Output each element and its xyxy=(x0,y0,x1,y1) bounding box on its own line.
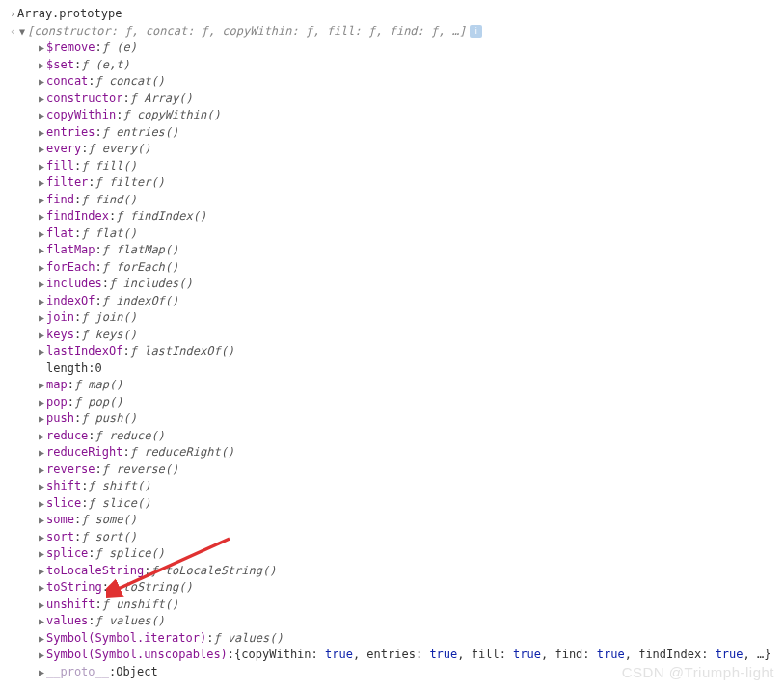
chevron-right-icon[interactable]: ▶ xyxy=(37,293,46,310)
chevron-right-icon[interactable]: ▶ xyxy=(37,141,46,158)
chevron-right-icon[interactable]: ▶ xyxy=(37,428,46,445)
console-result-line[interactable]: ‹ ▼ [constructor: ƒ, concat: ƒ, copyWith… xyxy=(8,23,776,40)
info-icon[interactable]: i xyxy=(470,25,482,38)
chevron-right-icon[interactable]: ▶ xyxy=(37,57,46,74)
property-row[interactable]: ▶push: ƒ push() xyxy=(8,411,776,428)
property-row[interactable]: ▶indexOf: ƒ indexOf() xyxy=(8,293,776,310)
property-row[interactable]: ▶unshift: ƒ unshift() xyxy=(8,596,776,614)
chevron-right-icon[interactable]: ▶ xyxy=(37,563,46,580)
property-row[interactable]: ▶flat: ƒ flat() xyxy=(8,225,776,243)
chevron-right-icon[interactable]: ▶ xyxy=(37,377,46,394)
result-preview: [constructor: ƒ, concat: ƒ, copyWithin: … xyxy=(27,23,466,40)
property-key: splice xyxy=(46,545,88,563)
property-row[interactable]: ▶fill: ƒ fill() xyxy=(8,158,776,175)
property-value: ƒ keys() xyxy=(81,327,137,344)
property-row[interactable]: ▶sort: ƒ sort() xyxy=(8,529,776,546)
chevron-right-icon[interactable]: ▶ xyxy=(37,208,46,225)
property-key: fill xyxy=(46,158,74,175)
property-row[interactable]: ▶ __proto__: Object xyxy=(8,664,776,681)
chevron-right-icon[interactable]: ▶ xyxy=(37,259,46,277)
property-row[interactable]: ▶reverse: ƒ reverse() xyxy=(8,462,776,479)
chevron-down-icon[interactable]: ▼ xyxy=(17,23,27,40)
chevron-right-icon[interactable]: ▶ xyxy=(37,73,46,91)
property-value: ƒ every() xyxy=(88,141,150,158)
property-row[interactable]: ▶shift: ƒ shift() xyxy=(8,478,776,495)
property-key: flatMap xyxy=(46,242,95,259)
property-row[interactable]: ▶pop: ƒ pop() xyxy=(8,394,776,411)
property-row[interactable]: ▶constructor: ƒ Array() xyxy=(8,91,776,108)
property-row[interactable]: ▶filter: ƒ filter() xyxy=(8,174,776,192)
chevron-right-icon[interactable]: ▶ xyxy=(37,174,46,192)
property-row[interactable]: length: 0 xyxy=(8,360,776,378)
property-row[interactable]: ▶concat: ƒ concat() xyxy=(8,73,776,91)
chevron-right-icon[interactable]: ▶ xyxy=(37,158,46,175)
chevron-right-icon[interactable]: ▶ xyxy=(37,225,46,243)
property-row[interactable]: ▶findIndex: ƒ findIndex() xyxy=(8,208,776,225)
property-row[interactable]: ▶some: ƒ some() xyxy=(8,512,776,529)
chevron-right-icon[interactable]: ▶ xyxy=(37,40,46,57)
property-row[interactable]: ▶every: ƒ every() xyxy=(8,141,776,158)
chevron-right-icon[interactable]: ▶ xyxy=(37,242,46,259)
property-row[interactable]: ▶toString: ƒ toString() xyxy=(8,579,776,596)
chevron-right-icon[interactable]: ▶ xyxy=(37,107,46,124)
chevron-right-icon[interactable]: ▶ xyxy=(37,495,46,513)
console-input-line: › Array.prototype xyxy=(8,6,776,23)
property-row[interactable]: ▶$set: ƒ (e,t) xyxy=(8,57,776,74)
property-value: ƒ (e,t) xyxy=(81,57,130,74)
property-row[interactable]: ▶reduceRight: ƒ reduceRight() xyxy=(8,444,776,462)
chevron-right-icon[interactable]: ▶ xyxy=(37,512,46,529)
chevron-right-icon[interactable]: ▶ xyxy=(37,579,46,596)
property-key: __proto__ xyxy=(46,664,109,681)
property-value: ƒ values() xyxy=(213,630,283,648)
chevron-right-icon[interactable]: ▶ xyxy=(37,192,46,209)
chevron-right-icon[interactable]: ▶ xyxy=(37,309,46,327)
chevron-right-icon[interactable]: ▶ xyxy=(37,444,46,462)
chevron-right-icon[interactable]: ▶ xyxy=(37,91,46,108)
property-row[interactable]: ▶ Symbol(Symbol.unscopables): {copyWithi… xyxy=(8,647,776,664)
property-row[interactable]: ▶join: ƒ join() xyxy=(8,309,776,327)
property-value: ƒ (e) xyxy=(102,40,137,57)
property-row[interactable]: ▶Symbol(Symbol.iterator): ƒ values() xyxy=(8,630,776,648)
chevron-right-icon: › xyxy=(8,6,17,23)
property-row[interactable]: ▶includes: ƒ includes() xyxy=(8,276,776,293)
property-key: constructor xyxy=(46,91,122,108)
property-row[interactable]: ▶entries: ƒ entries() xyxy=(8,124,776,142)
property-key: concat xyxy=(46,73,88,91)
property-row[interactable]: ▶$remove: ƒ (e) xyxy=(8,40,776,57)
property-row[interactable]: ▶splice: ƒ splice() xyxy=(8,545,776,563)
property-row[interactable]: ▶toLocaleString: ƒ toLocaleString() xyxy=(8,563,776,580)
property-row[interactable]: ▶flatMap: ƒ flatMap() xyxy=(8,242,776,259)
property-row[interactable]: ▶copyWithin: ƒ copyWithin() xyxy=(8,107,776,124)
property-row[interactable]: ▶values: ƒ values() xyxy=(8,613,776,630)
chevron-right-icon[interactable]: ▶ xyxy=(37,411,46,428)
chevron-right-icon[interactable]: ▶ xyxy=(37,647,46,664)
chevron-right-icon[interactable]: ▶ xyxy=(37,664,46,681)
property-row[interactable]: ▶keys: ƒ keys() xyxy=(8,327,776,344)
property-row[interactable]: ▶slice: ƒ slice() xyxy=(8,495,776,513)
property-value: ƒ lastIndexOf() xyxy=(130,343,234,360)
chevron-right-icon[interactable]: ▶ xyxy=(37,124,46,142)
chevron-right-icon[interactable]: ▶ xyxy=(37,630,46,648)
property-row[interactable]: ▶map: ƒ map() xyxy=(8,377,776,394)
property-value: ƒ toString() xyxy=(109,579,193,596)
property-key: some xyxy=(46,512,74,529)
chevron-right-icon[interactable]: ▶ xyxy=(37,545,46,563)
property-key: forEach xyxy=(46,259,95,277)
chevron-right-icon[interactable]: ▶ xyxy=(37,596,46,614)
chevron-right-icon[interactable]: ▶ xyxy=(37,343,46,360)
chevron-right-icon[interactable]: ▶ xyxy=(37,394,46,411)
chevron-right-icon[interactable]: ▶ xyxy=(37,478,46,495)
property-row[interactable]: ▶reduce: ƒ reduce() xyxy=(8,428,776,445)
property-row[interactable]: ▶find: ƒ find() xyxy=(8,192,776,209)
property-value: ƒ fill() xyxy=(81,158,137,175)
chevron-right-icon[interactable]: ▶ xyxy=(37,276,46,293)
property-value: ƒ reduceRight() xyxy=(130,444,234,462)
property-key: indexOf xyxy=(46,293,95,310)
chevron-right-icon[interactable]: ▶ xyxy=(37,529,46,546)
chevron-right-icon[interactable]: ▶ xyxy=(37,613,46,630)
property-value: ƒ some() xyxy=(81,512,137,529)
property-row[interactable]: ▶lastIndexOf: ƒ lastIndexOf() xyxy=(8,343,776,360)
chevron-right-icon[interactable]: ▶ xyxy=(37,327,46,344)
property-row[interactable]: ▶forEach: ƒ forEach() xyxy=(8,259,776,277)
chevron-right-icon[interactable]: ▶ xyxy=(37,462,46,479)
